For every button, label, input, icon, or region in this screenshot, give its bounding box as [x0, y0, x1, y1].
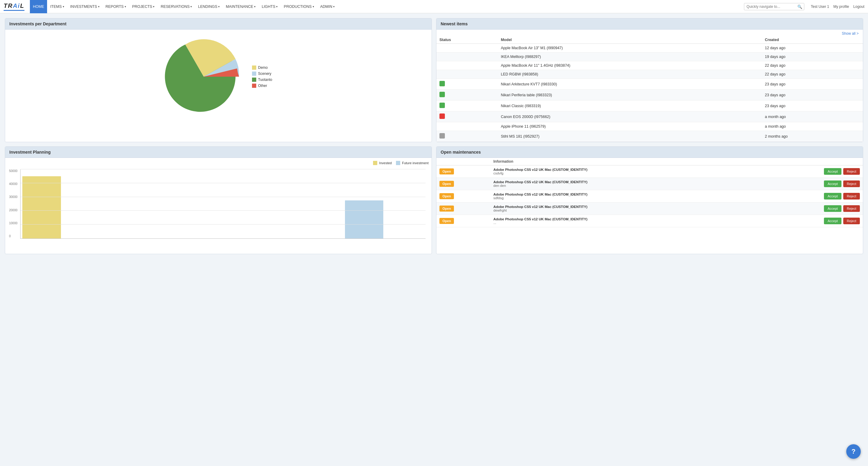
maintenance-title: Adobe Photoshop CS5 v12 UK Mac (CUSTOM_I…	[493, 205, 750, 209]
maintenance-title: Adobe Photoshop CS5 v12 UK Mac (CUSTOM_I…	[493, 192, 750, 196]
status-cell: Open	[436, 215, 490, 227]
reject-button[interactable]: Reject	[843, 218, 860, 224]
y-label: 40000	[9, 182, 18, 186]
created-cell: 2 months ago	[762, 131, 863, 142]
bar-group	[305, 169, 343, 239]
nav-item-items[interactable]: ITEMS ▾	[47, 0, 67, 13]
bar-group	[184, 169, 222, 239]
maintenance-sub: dewfrght	[493, 209, 750, 212]
maintenance-panel: Open maintenances Information OpenAdobe …	[436, 146, 863, 254]
bar-group	[385, 169, 424, 239]
action-buttons: AcceptReject	[756, 181, 860, 187]
bar-legend-item: Invested	[373, 161, 392, 165]
maintenance-title: Adobe Photoshop CS5 v12 UK Mac (CUSTOM_I…	[493, 217, 750, 221]
my-profile-link[interactable]: My profile	[833, 4, 849, 9]
model-cell: IKEA Melltorp (I988297)	[498, 53, 762, 61]
nav-item-admin[interactable]: ADMIN ▾	[317, 0, 338, 13]
status-cell: Open	[436, 203, 490, 215]
nav-item-reservations[interactable]: RESERVATIONS ▾	[158, 0, 195, 13]
maintenance-sub: den den	[493, 184, 750, 187]
accept-button[interactable]: Accept	[824, 181, 841, 187]
show-all-link[interactable]: Show all >	[842, 31, 859, 36]
open-button[interactable]: Open	[439, 206, 454, 212]
actions-cell: AcceptReject	[753, 190, 863, 203]
table-row: Canon EOS 2000D (I975662)a month ago	[436, 112, 863, 122]
main-content: Investments per Department DemoSceneryTu…	[0, 13, 868, 259]
model-cell: Stihl MS 181 (I952927)	[498, 131, 762, 142]
maintenance-panel-title: Open maintenances	[436, 147, 863, 158]
table-row: OpenAdobe Photoshop CS5 v12 UK Mac (CUST…	[436, 190, 863, 203]
status-cell: Open	[436, 190, 490, 203]
show-all-container: Show all >	[436, 30, 863, 36]
status-cell	[436, 53, 498, 61]
search-input[interactable]	[744, 3, 804, 10]
created-cell: a month ago	[762, 112, 863, 122]
model-cell: Apple iPhone 11 (I962579)	[498, 122, 762, 131]
action-buttons: AcceptReject	[756, 205, 860, 212]
reject-button[interactable]: Reject	[843, 168, 860, 175]
accept-button[interactable]: Accept	[824, 205, 841, 212]
status-badge	[439, 81, 445, 86]
caret-icon: ▾	[63, 5, 64, 8]
status-cell	[436, 61, 498, 70]
status-badge	[439, 103, 445, 108]
status-cell: Open	[436, 165, 490, 178]
bar-group	[345, 169, 383, 239]
status-badge	[439, 92, 445, 97]
investments-panel-body: DemoSceneryTuotantoOther	[5, 30, 432, 124]
bar-group	[63, 169, 101, 239]
nav-item-lendings[interactable]: LENDINGS ▾	[195, 0, 223, 13]
nav-item-home[interactable]: HOME	[30, 0, 48, 13]
caret-icon: ▾	[254, 5, 256, 8]
maintenance-info: Adobe Photoshop CS5 v12 UK Mac (CUSTOM_I…	[493, 168, 750, 175]
status-cell	[436, 44, 498, 53]
open-button[interactable]: Open	[439, 168, 454, 175]
nav-item-reports[interactable]: REPORTS ▾	[103, 0, 129, 13]
model-cell: Canon EOS 2000D (I975662)	[498, 112, 762, 122]
bar-legend-label: Future investment	[402, 161, 429, 165]
y-labels: 01000020000300004000050000	[9, 169, 18, 239]
reject-button[interactable]: Reject	[843, 193, 860, 199]
action-buttons: AcceptReject	[756, 168, 860, 175]
pie-legend: DemoSceneryTuotantoOther	[252, 65, 272, 88]
maintenance-title: Adobe Photoshop CS5 v12 UK Mac (CUSTOM_I…	[493, 168, 750, 172]
invested-bar	[22, 176, 61, 239]
y-label: 10000	[9, 221, 18, 225]
caret-icon: ▾	[276, 5, 278, 8]
accept-button[interactable]: Accept	[824, 168, 841, 175]
table-row: OpenAdobe Photoshop CS5 v12 UK Mac (CUST…	[436, 215, 863, 227]
nav-item-projects[interactable]: PROJECTS ▾	[129, 0, 158, 13]
model-cell: Apple MacBook Air 11" 1.4GHz (I983874)	[498, 61, 762, 70]
newest-panel-title: Newest items	[436, 19, 863, 30]
open-button[interactable]: Open	[439, 218, 454, 224]
open-button[interactable]: Open	[439, 193, 454, 199]
maintenance-sub: csdvfg	[493, 172, 750, 175]
legend-label: Tuotanto	[258, 77, 272, 82]
bar-legend-color	[373, 161, 377, 165]
table-row: Nikari Periferia table (I983323)23 days …	[436, 90, 863, 100]
table-row: Stihl MS 181 (I952927)2 months ago	[436, 131, 863, 142]
action-buttons: AcceptReject	[756, 193, 860, 199]
open-button[interactable]: Open	[439, 181, 454, 187]
status-cell	[436, 70, 498, 79]
nav-item-productions[interactable]: PRODUCTIONS ▾	[281, 0, 317, 13]
legend-color	[252, 65, 256, 70]
accept-button[interactable]: Accept	[824, 218, 841, 224]
maint-col-status	[436, 158, 490, 165]
nav-item-maintenance[interactable]: MAINTENANCE ▾	[223, 0, 259, 13]
table-row: Nikari Arkitecture KVT7 (I983330)23 days…	[436, 79, 863, 90]
logout-link[interactable]: Logout	[853, 4, 864, 9]
nav-item-investments[interactable]: INVESTMENTS ▾	[67, 0, 103, 13]
accept-button[interactable]: Accept	[824, 193, 841, 199]
future-bar	[345, 200, 383, 239]
status-cell	[436, 100, 498, 112]
reject-button[interactable]: Reject	[843, 181, 860, 187]
nav-items: HOMEITEMS ▾INVESTMENTS ▾REPORTS ▾PROJECT…	[30, 0, 744, 13]
bar-group	[103, 169, 142, 239]
nav-item-lights[interactable]: LIGHTS ▾	[259, 0, 281, 13]
table-row: OpenAdobe Photoshop CS5 v12 UK Mac (CUST…	[436, 165, 863, 178]
status-cell	[436, 122, 498, 131]
info-cell: Adobe Photoshop CS5 v12 UK Mac (CUSTOM_I…	[490, 165, 753, 178]
reject-button[interactable]: Reject	[843, 205, 860, 212]
info-cell: Adobe Photoshop CS5 v12 UK Mac (CUSTOM_I…	[490, 178, 753, 190]
